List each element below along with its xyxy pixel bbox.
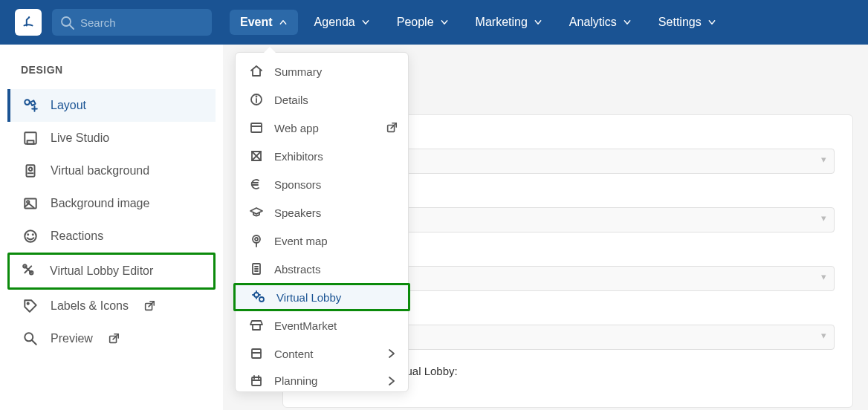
pin-icon — [249, 233, 264, 248]
nav-label: People — [397, 16, 434, 29]
dropdown-item-label: Details — [274, 94, 308, 106]
home-icon — [249, 64, 264, 79]
dropdown-item-label: EventMarket — [274, 319, 337, 332]
plan-icon — [249, 374, 264, 388]
nav-people[interactable]: People — [386, 10, 459, 35]
chevron-right-icon — [386, 348, 398, 359]
dropdown-item-eventmarket[interactable]: EventMarket — [236, 311, 408, 339]
nav-label: Agenda — [314, 16, 355, 29]
chevron-down-icon — [707, 18, 716, 27]
reaction-icon — [22, 228, 39, 244]
sidebar-item-background-image[interactable]: Background image — [7, 187, 216, 220]
studio-icon — [22, 130, 39, 146]
dropdown-item-label: Abstracts — [274, 263, 321, 276]
dropdown-item-sponsors[interactable]: Sponsors — [236, 170, 408, 198]
nav-label: Settings — [658, 16, 702, 29]
cap-icon — [249, 205, 264, 220]
dropdown-item-web-app[interactable]: Web app — [236, 114, 408, 142]
sidebar-item-label: Background image — [51, 197, 149, 210]
nav-settings[interactable]: Settings — [648, 10, 727, 35]
sidebar-item-label: Preview — [51, 332, 93, 345]
sidebar: DESIGN LayoutLive StudioVirtual backgrou… — [0, 45, 223, 410]
chevron-up-icon — [279, 18, 288, 27]
dropdown-item-content[interactable]: Content — [236, 339, 408, 368]
sidebar-item-live-studio[interactable]: Live Studio — [7, 122, 216, 154]
sidebar-item-label: Live Studio — [51, 131, 109, 145]
gears-icon — [251, 290, 266, 305]
dropdown-item-label: Virtual Lobby — [276, 291, 341, 304]
search-icon — [59, 15, 74, 30]
dropdown-item-exhibitors[interactable]: Exhibitors — [236, 142, 408, 170]
external-link-icon — [108, 333, 120, 345]
sidebar-item-layout[interactable]: Layout — [7, 89, 216, 122]
chevron-right-icon — [386, 375, 398, 387]
dropdown-item-planning[interactable]: Planning — [236, 368, 408, 387]
info-icon — [249, 92, 264, 107]
dropdown-item-label: Planning — [274, 374, 317, 387]
nav-event[interactable]: Event — [230, 10, 298, 35]
sidebar-heading: DESIGN — [7, 64, 216, 76]
sidebar-item-label: Reactions — [51, 230, 103, 243]
sidebar-item-preview[interactable]: Preview — [7, 322, 216, 355]
window-icon — [249, 120, 264, 135]
sidebar-item-labels-icons[interactable]: Labels & Icons — [7, 290, 216, 322]
doc-icon — [249, 261, 264, 276]
top-nav: EventAgendaPeopleMarketingAnalyticsSetti… — [230, 10, 727, 35]
badge-icon — [22, 163, 39, 179]
nav-agenda[interactable]: Agenda — [304, 10, 380, 35]
sidebar-item-reactions[interactable]: Reactions — [7, 220, 216, 253]
dropdown-item-label: Sponsors — [274, 178, 321, 191]
nav-analytics[interactable]: Analytics — [559, 10, 642, 35]
sidebar-item-label: Layout — [51, 99, 86, 112]
dropdown-item-label: Speakers — [274, 206, 321, 219]
chevron-down-icon — [623, 18, 632, 27]
magnify-icon — [22, 331, 39, 347]
topbar: EventAgendaPeopleMarketingAnalyticsSetti… — [0, 0, 868, 45]
sidebar-item-label: Virtual Lobby Editor — [50, 264, 153, 278]
dropdown-item-details[interactable]: Details — [236, 85, 408, 114]
tools-icon — [22, 263, 38, 279]
content-icon — [249, 346, 264, 361]
search-input[interactable] — [52, 9, 212, 36]
chevron-down-icon — [361, 18, 370, 27]
external-link-icon — [143, 300, 155, 312]
logo[interactable] — [15, 9, 42, 36]
tag-icon — [22, 298, 39, 314]
dropdown-item-summary[interactable]: Summary — [236, 57, 408, 85]
chevron-down-icon — [440, 18, 449, 27]
dropdown-item-label: Exhibitors — [274, 150, 323, 163]
nav-label: Marketing — [476, 16, 528, 29]
sidebar-item-label: Labels & Icons — [51, 299, 129, 313]
nav-label: Analytics — [569, 16, 617, 29]
sidebar-item-label: Virtual background — [51, 164, 149, 178]
sidebar-item-virtual-lobby-editor[interactable]: Virtual Lobby Editor — [7, 253, 216, 290]
dropdown-item-label: Web app — [274, 122, 319, 134]
dropdown-item-abstracts[interactable]: Abstracts — [236, 255, 408, 283]
event-dropdown: SummaryDetailsWeb appExhibitorsSponsorsS… — [235, 52, 409, 392]
dropdown-item-speakers[interactable]: Speakers — [236, 198, 408, 227]
nav-label: Event — [240, 16, 273, 29]
store-icon — [249, 318, 264, 333]
dropdown-item-event-map[interactable]: Event map — [236, 227, 408, 255]
dropdown-item-label: Summary — [274, 65, 322, 78]
search-box — [52, 9, 212, 36]
chevron-down-icon — [534, 18, 542, 27]
booth-icon — [249, 149, 264, 163]
nav-marketing[interactable]: Marketing — [465, 10, 553, 35]
dropdown-item-label: Content — [274, 348, 314, 360]
dropdown-item-label: Event map — [274, 235, 328, 247]
euro-icon — [249, 177, 264, 192]
image-icon — [22, 195, 39, 212]
layout-icon — [22, 97, 39, 114]
sidebar-item-virtual-background[interactable]: Virtual background — [7, 154, 216, 187]
external-link-icon — [386, 122, 398, 134]
dropdown-item-virtual-lobby[interactable]: Virtual Lobby — [233, 283, 410, 311]
